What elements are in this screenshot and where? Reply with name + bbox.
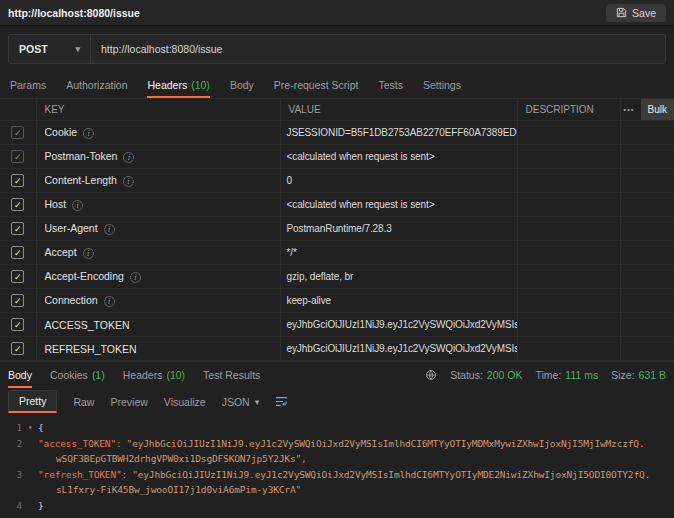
header-key-cell[interactable]: Postman-Tokeni [36,145,280,169]
info-icon: i [123,152,134,163]
header-key-cell[interactable]: Connectioni [36,289,280,313]
checkbox-cell: ✓ [0,241,36,265]
response-view-bar: Pretty Raw Preview Visualize JSON ▾ [0,388,674,415]
view-tab-raw[interactable]: Raw [73,396,94,408]
row-checkbox[interactable]: ✓ [11,294,24,307]
view-tab-pretty[interactable]: Pretty [8,390,57,413]
header-value-cell[interactable]: <calculated when request is sent> [280,193,517,217]
header-description-cell[interactable] [517,265,620,289]
request-field: POST ▾ http://localhost:8080/issue [8,34,666,64]
header-key-cell[interactable]: Hosti [36,193,280,217]
tab-label: Test Results [203,369,260,381]
header-key-cell[interactable]: Accepti [36,241,280,265]
header-key-cell[interactable]: Accept-Encodingi [36,265,280,289]
row-checkbox[interactable]: ✓ [11,150,24,163]
header-value-cell[interactable]: PostmanRuntime/7.28.3 [280,217,517,241]
header-key: Accept-Encoding [45,270,124,282]
header-value-cell[interactable]: eyJhbGciOiJIUzI1NiJ9.eyJ1c2VySWQiOiJxd2V… [280,313,517,337]
checkbox-cell: ✓ [0,265,36,289]
header-description-cell[interactable] [517,289,620,313]
info-icon: i [72,200,83,211]
wrap-text-icon[interactable] [275,396,288,407]
method-value: POST [19,43,48,55]
tab-tests[interactable]: Tests [378,72,403,98]
response-tab-body[interactable]: Body [8,362,32,388]
view-tab-preview[interactable]: Preview [110,396,147,408]
checkbox-cell: ✓ [0,313,36,337]
header-description-cell[interactable] [517,241,620,265]
header-key: REFRESH_TOKEN [45,343,137,355]
header-value-cell[interactable]: <calculated when request is sent> [280,145,517,169]
header-description-cell[interactable] [517,169,620,193]
row-checkbox[interactable]: ✓ [11,126,24,139]
table-row: ✓ Content-Lengthi 0 [0,169,674,193]
info-icon: i [123,176,134,187]
header-description-cell[interactable] [517,145,620,169]
header-value-cell[interactable]: JSESSIONID=B5F1DB2753AB2270EFF60A7389EDF… [280,121,517,145]
header-description-cell[interactable] [517,193,620,217]
time-value: 111 ms [565,369,598,381]
header-key-cell[interactable]: REFRESH_TOKEN [36,337,280,361]
header-value-cell[interactable]: */* [280,241,517,265]
line-number: 3 [0,467,22,483]
response-tab-headers[interactable]: Headers (10) [123,362,185,388]
checkbox-cell: ✓ [0,193,36,217]
row-checkbox[interactable]: ✓ [11,174,24,187]
code-line: sL1fxry-FiK45Bw_jwooOI17j1d0viA6mPim-y3K… [0,482,674,498]
json-string: sL1fxry-FiK45Bw_jwooOI17j1d0viA6mPim-y3K… [56,484,301,495]
tab-authorization[interactable]: Authorization [66,72,127,98]
table-header-row: KEY VALUE DESCRIPTION ••• Bulk [0,99,674,121]
tab-label: Headers [147,79,187,91]
fold-icon[interactable]: ▾ [22,420,38,436]
request-bar: POST ▾ http://localhost:8080/issue [0,26,674,72]
header-key-cell[interactable]: User-Agenti [36,217,280,241]
header-value-cell[interactable]: 0 [280,169,517,193]
more-options-icon[interactable]: ••• [620,99,641,120]
url-input[interactable]: http://localhost:8080/issue [91,35,665,63]
header-value-cell[interactable]: eyJhbGciOiJIUzI1NiJ9.eyJ1c2VySWQiOiJxd2V… [280,337,517,361]
line-number: 2 [0,436,22,452]
header-value-cell[interactable]: keep-alive [280,289,517,313]
request-tabs: Params Authorization Headers (10) Body P… [0,72,674,98]
response-tab-test-results[interactable]: Test Results [203,362,260,388]
save-button[interactable]: Save [606,4,666,22]
header-description-cell[interactable] [517,121,620,145]
row-checkbox[interactable]: ✓ [11,222,24,235]
table-row: ✓ Accept-Encodingi gzip, deflate, br [0,265,674,289]
checkbox-cell: ✓ [0,217,36,241]
tab-body[interactable]: Body [230,72,254,98]
json-string: "eyJhbGciOiJIUzI1NiJ9.eyJ1c2VySWQiOiJxd2… [127,438,645,449]
table-row: ✓ REFRESH_TOKEN eyJhbGciOiJIUzI1NiJ9.eyJ… [0,337,674,361]
row-checkbox[interactable]: ✓ [11,246,24,259]
format-dropdown[interactable]: JSON ▾ [222,396,260,408]
tab-headers[interactable]: Headers (10) [147,72,209,98]
format-value: JSON [222,396,250,408]
header-key-cell[interactable]: Cookiei [36,121,280,145]
header-key-cell[interactable]: ACCESS_TOKEN [36,313,280,337]
header-description-cell[interactable] [517,313,620,337]
row-actions-cell [620,265,674,289]
view-tab-visualize[interactable]: Visualize [164,396,206,408]
row-checkbox[interactable]: ✓ [11,342,24,355]
tab-label: Pre-request Script [274,79,359,91]
response-tab-cookies[interactable]: Cookies (1) [50,362,105,388]
row-checkbox[interactable]: ✓ [11,198,24,211]
col-description: DESCRIPTION [517,99,620,121]
header-key-cell[interactable]: Content-Lengthi [36,169,280,193]
row-checkbox[interactable]: ✓ [11,270,24,283]
row-checkbox[interactable]: ✓ [11,318,24,331]
header-value-cell[interactable]: gzip, deflate, br [280,265,517,289]
bulk-edit-button[interactable]: Bulk [641,99,674,120]
code-line: 4 } [0,498,674,514]
method-dropdown[interactable]: POST ▾ [9,35,91,63]
table-row: ✓ Accepti */* [0,241,674,265]
tab-pre-request-script[interactable]: Pre-request Script [274,72,359,98]
json-string: wSQF3BEpGTBWH2drhgVPW0xi1DsgDFSKON7jp5Y2… [56,453,307,464]
header-description-cell[interactable] [517,337,620,361]
chevron-down-icon: ▾ [75,44,80,54]
header-description-cell[interactable] [517,217,620,241]
tab-params[interactable]: Params [10,72,46,98]
row-actions-cell [620,313,674,337]
tab-settings[interactable]: Settings [423,72,461,98]
gutter-spacer [22,482,38,498]
